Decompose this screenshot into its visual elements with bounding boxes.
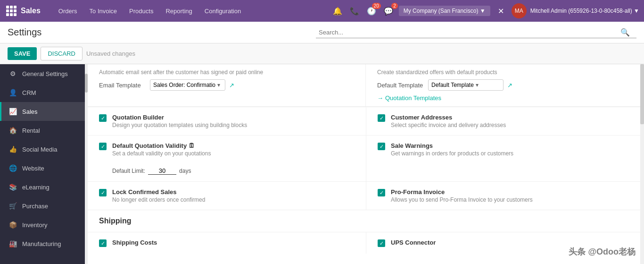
action-bar: SAVE DISCARD Unsaved changes [0,43,644,64]
nav-reporting[interactable]: Reporting [160,5,198,17]
apps-menu-button[interactable] [5,4,18,17]
notification-bell-button[interactable]: 🔔 [331,5,344,17]
left-scrollbar[interactable] [85,64,88,264]
email-template-external-link-icon[interactable]: ↗ [229,82,234,89]
gear-icon: ⚙ [8,69,17,78]
quotation-builder-checkbox[interactable] [99,114,107,122]
sidebar-item-elearning[interactable]: 📚 eLearning [0,178,85,196]
discard-button[interactable]: DISCARD [41,47,83,60]
shipping-section-header: Shipping [88,210,644,232]
settings-cell-sale-warnings: Sale Warnings Get warnings in orders for… [366,136,644,181]
chart-icon: 📈 [8,107,17,116]
save-button[interactable]: SAVE [8,47,37,60]
lock-sales-checkbox[interactable] [99,189,107,196]
messages-badge: 2 [391,3,398,9]
sale-warnings-desc: Get warnings in orders for products or c… [391,150,513,157]
settings-cell-lock-sales: Lock Confirmed Sales No longer edit orde… [88,182,366,210]
sidebar-label-elearning: eLearning [22,184,50,191]
user-menu[interactable]: Mitchell Admin (655926-13-0-80c458-all) … [530,8,639,14]
sidebar-item-general-settings[interactable]: ⚙ General Settings [0,64,85,83]
right-top-hint: Create standardized offers with default … [377,69,633,76]
shipping-costs-title: Shipping Costs [112,239,157,246]
settings-cell-ups: UPS Connector [366,232,644,254]
settings-row-0: Quotation Builder Design your quotation … [88,107,644,135]
proforma-desc: Allows you to send Pro-Forma Invoice to … [391,196,533,203]
default-template-dropdown-icon: ▾ [476,82,479,88]
quotation-builder-title: Quotation Builder [112,114,247,121]
sidebar-item-social-media[interactable]: 👍 Social Media [0,140,85,159]
brand-name: Sales [21,7,41,15]
settings-cell-shipping-costs: Shipping Costs [88,232,366,254]
shipping-costs-checkbox[interactable] [99,239,107,247]
nav-configuration[interactable]: Configuration [199,5,247,17]
default-template-label: Default Template [377,82,424,89]
quotation-templates-link[interactable]: → Quotation Templates [377,94,633,102]
sidebar-label-general-settings: General Settings [22,70,68,77]
topnav-right: 🔔 📞 🕐 20 💬 2 My Company (San Francisco) … [331,3,639,18]
close-debug-button[interactable]: ✕ [494,5,508,17]
shipping-title: Shipping [99,217,131,225]
default-template-select[interactable]: Default Template ▾ [428,79,504,91]
left-top-hint: Automatic email sent after the customer … [99,69,354,76]
sidebar-label-crm: CRM [22,89,36,96]
sidebar-label-sales: Sales [22,108,38,115]
unsaved-changes-label: Unsaved changes [86,50,135,57]
quotation-builder-desc: Design your quotation templates using bu… [112,122,247,128]
sidebar-label-rental: Rental [22,127,40,134]
sidebar-label-social-media: Social Media [22,146,57,153]
crm-icon: 👤 [8,88,17,97]
sidebar-item-purchase[interactable]: 🛒 Purchase [0,196,85,215]
default-template-external-link-icon[interactable]: ↗ [507,82,512,89]
quotation-validity-checkbox[interactable] [99,143,107,150]
sidebar-item-crm[interactable]: 👤 CRM [0,83,85,102]
shipping-row-0: Shipping Costs UPS Connector [88,232,644,254]
email-template-label: Email Template [99,82,146,89]
right-scrollbar-thumb [640,64,644,124]
settings-row-2: Lock Confirmed Sales No longer edit orde… [88,181,644,210]
email-template-row: Email Template Sales Order: Confirmatio … [99,79,354,91]
ups-checkbox[interactable] [378,239,385,247]
main-layout: ⚙ General Settings 👤 CRM 📈 Sales 🏠 Renta… [0,64,644,264]
topnav-menu: Orders To Invoice Products Reporting Con… [53,5,328,17]
sidebar-label-inventory: Inventory [22,221,47,229]
elearning-icon: 📚 [8,182,17,192]
sale-warnings-title: Sale Warnings [391,142,513,149]
sidebar-item-rental[interactable]: 🏠 Rental [0,121,85,140]
sidebar-item-website[interactable]: 🌐 Website [0,159,85,178]
user-avatar[interactable]: MA [512,3,527,18]
default-limit-input[interactable] [148,167,176,175]
sidebar-item-manufacturing[interactable]: 🏭 Manufacturing [0,234,85,253]
todo-badge: 20 [372,3,381,9]
right-scrollbar[interactable] [640,64,644,264]
customer-addresses-title: Customer Addresses [391,114,506,121]
proforma-invoice-checkbox[interactable] [378,189,385,196]
default-template-value: Default Template [431,82,474,88]
messages-button[interactable]: 💬 2 [382,5,395,17]
email-template-value: Sales Order: Confirmatio [153,82,215,88]
proforma-title: Pro-Forma Invoice [391,188,533,196]
company-selector[interactable]: My Company (San Francisco) ▼ [399,6,490,16]
search-container: 🔍 [316,27,636,38]
sale-warnings-checkbox[interactable] [378,143,385,150]
settings-cell-quotation-validity: Default Quotation Validity 🗓 Set a defau… [88,136,366,181]
nav-to-invoice[interactable]: To Invoice [84,5,123,17]
nav-products[interactable]: Products [124,5,159,17]
sidebar-item-inventory[interactable]: 📦 Inventory [0,215,85,234]
customer-addresses-checkbox[interactable] [378,114,385,122]
phone-button[interactable]: 📞 [348,5,361,17]
todo-button[interactable]: 🕐 20 [365,5,378,17]
purchase-icon: 🛒 [8,201,17,211]
quotation-validity-desc: Set a default validity on your quotation… [112,150,211,157]
settings-header: Settings 🔍 [0,22,644,43]
settings-content: Automatic email sent after the customer … [85,64,644,264]
email-template-dropdown-icon: ▾ [217,82,220,88]
topnav: Sales Orders To Invoice Products Reporti… [0,0,644,22]
sidebar-item-sales[interactable]: 📈 Sales [0,102,85,121]
search-input[interactable] [319,29,620,36]
ups-title: UPS Connector [391,239,436,246]
nav-orders[interactable]: Orders [53,5,83,17]
email-template-select[interactable]: Sales Order: Confirmatio ▾ [150,79,225,91]
rental-icon: 🏠 [8,126,17,135]
search-icon[interactable]: 🔍 [620,28,630,37]
default-limit-unit: days [179,168,191,174]
